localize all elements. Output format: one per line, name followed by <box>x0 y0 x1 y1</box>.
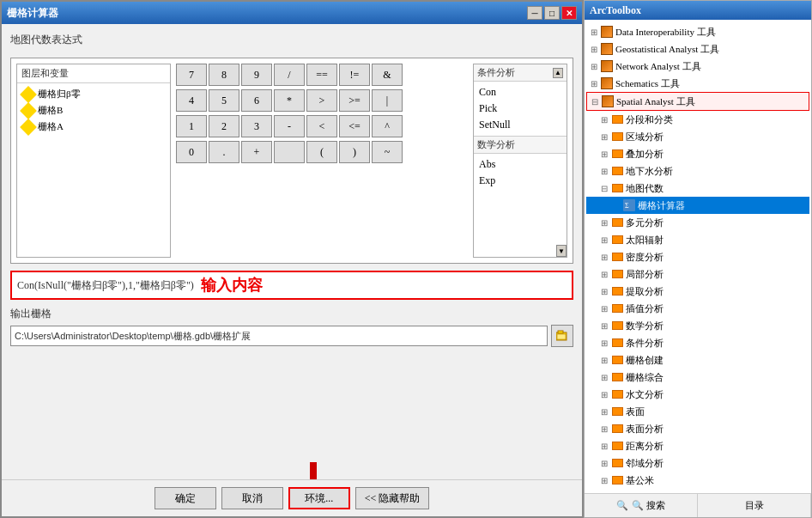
btn-2[interactable]: 2 <box>209 115 239 137</box>
environment-button[interactable]: 环境... <box>288 487 350 509</box>
dialog-content: 地图代数表达式 图层和变量 栅格归β零 栅格B <box>2 24 582 479</box>
btn-rparen[interactable]: ) <box>339 141 370 163</box>
btn-space[interactable] <box>274 141 305 163</box>
btn-divide[interactable]: / <box>274 64 305 86</box>
cancel-button[interactable]: 取消 <box>221 487 283 509</box>
tree-item-raster-calc[interactable]: Σ 栅格计算器 <box>586 197 809 214</box>
tree-item-interpolate[interactable]: ⊞ 插值分析 <box>586 300 809 317</box>
layer-item[interactable]: 栅格A <box>20 119 167 135</box>
btn-multiply[interactable]: * <box>274 89 305 112</box>
btn-minus[interactable]: - <box>274 115 305 137</box>
map-expression-label: 地图代数表达式 <box>10 33 573 47</box>
subfolder-icon <box>610 147 624 161</box>
btn-and[interactable]: & <box>372 64 403 86</box>
btn-6[interactable]: 6 <box>241 89 272 112</box>
btn-1[interactable]: 1 <box>176 115 207 137</box>
toolbox-icon <box>601 94 615 108</box>
tree-item-zone[interactable]: ⊞ 区域分析 <box>586 128 809 145</box>
btn-5[interactable]: 5 <box>209 89 239 112</box>
hide-help-button[interactable]: << 隐藏帮助 <box>355 487 430 509</box>
calc-buttons-row4: 0 . + ( ) ~ <box>176 141 468 163</box>
browse-icon <box>556 330 568 342</box>
tree-item-extract[interactable]: ⊞ 提取分析 <box>586 283 809 300</box>
tree-item-multivariate[interactable]: ⊞ 多元分析 <box>586 214 809 231</box>
tree-item-groundwater[interactable]: ⊞ 地下水分析 <box>586 162 809 180</box>
tree-item-segment[interactable]: ⊞ 分段和分类 <box>586 111 809 128</box>
btn-7[interactable]: 7 <box>176 64 207 86</box>
btn-lt[interactable]: < <box>306 115 337 137</box>
browse-button[interactable] <box>551 325 573 347</box>
tree-item-schematics[interactable]: ⊞ Schematics 工具 <box>586 75 809 92</box>
tree-label: 水文分析 <box>626 388 664 401</box>
tree-item-raster-combine[interactable]: ⊞ 栅格综合 <box>586 369 809 386</box>
tree-item-data-interop[interactable]: ⊞ Data Interoperability 工具 <box>586 23 809 40</box>
minimize-button[interactable]: ─ <box>527 6 542 20</box>
tree-item-conditional[interactable]: ⊞ 条件分析 <box>586 334 809 351</box>
tree-item-surface[interactable]: ⊞ 表面 <box>586 403 809 420</box>
math-exp[interactable]: Exp <box>476 173 564 189</box>
tree-item-distance[interactable]: ⊞ 距离分析 <box>586 437 809 454</box>
svg-rect-2 <box>557 334 566 339</box>
tree-item-local[interactable]: ⊞ 局部分析 <box>586 265 809 283</box>
expand-icon: ⊞ <box>598 285 610 297</box>
btn-9[interactable]: 9 <box>241 64 272 86</box>
btn-equal[interactable]: == <box>306 64 337 86</box>
arctoolbox-header: ArcToolbox <box>585 1 811 20</box>
tree-item-overlay[interactable]: ⊞ 叠加分析 <box>586 145 809 162</box>
btn-8[interactable]: 8 <box>209 64 239 86</box>
btn-notequal[interactable]: != <box>339 64 370 86</box>
btn-caret[interactable]: ^ <box>372 115 403 137</box>
btn-0[interactable]: 0 <box>176 141 207 163</box>
scroll-down-arrow[interactable]: ▼ <box>556 245 567 257</box>
tree-item-spatial[interactable]: ⊟ Spatial Analyst 工具 <box>586 92 809 111</box>
condition-setnull[interactable]: SetNull <box>476 117 564 133</box>
tree-label: Data Interoperability 工具 <box>615 26 716 39</box>
expand-icon: ⊞ <box>598 354 610 366</box>
tree-label: 邻域分析 <box>626 457 664 470</box>
subfolder-icon <box>610 302 624 315</box>
tree-item-mapalgebra[interactable]: ⊟ 地图代数 <box>586 180 809 197</box>
btn-3[interactable]: 3 <box>241 115 272 137</box>
tree-item-raster-create[interactable]: ⊞ 栅格创建 <box>586 351 809 369</box>
scroll-up-arrow[interactable]: ▲ <box>553 68 563 78</box>
tree-item-network[interactable]: ⊞ Network Analyst 工具 <box>586 58 809 75</box>
btn-pipe[interactable]: | <box>372 89 403 112</box>
btn-plus[interactable]: + <box>241 141 272 163</box>
expand-icon: ⊞ <box>598 405 610 417</box>
confirm-button[interactable]: 确定 <box>155 487 216 509</box>
search-footer-btn[interactable]: 🔍 🔍 搜索 <box>585 494 698 517</box>
btn-gt[interactable]: > <box>306 89 337 112</box>
tree-item-hydrology[interactable]: ⊞ 水文分析 <box>586 386 809 403</box>
layer-name: 栅格A <box>38 120 64 133</box>
tree-item-geostat[interactable]: ⊞ Geostatistical Analyst 工具 <box>586 40 809 58</box>
btn-lparen[interactable]: ( <box>306 141 337 163</box>
close-button[interactable]: ✕ <box>561 6 577 20</box>
math-list: Abs Exp <box>474 154 567 192</box>
math-abs[interactable]: Abs <box>476 156 564 173</box>
tree-item-jimet[interactable]: ⊞ 基公米 <box>586 472 809 489</box>
tree-item-neighborhood[interactable]: ⊞ 邻域分析 <box>586 454 809 472</box>
maximize-button[interactable]: □ <box>544 6 560 20</box>
tree-item-density[interactable]: ⊞ 密度分析 <box>586 248 809 265</box>
tree-item-math[interactable]: ⊞ 数学分析 <box>586 317 809 334</box>
scrollbar-arrows: ▲ <box>553 68 563 78</box>
btn-dot[interactable]: . <box>209 141 239 163</box>
tree-label: 密度分析 <box>626 251 664 264</box>
condition-pick[interactable]: Pick <box>476 101 564 117</box>
condition-con[interactable]: Con <box>476 84 564 101</box>
btn-4[interactable]: 4 <box>176 89 207 112</box>
subfolder-icon <box>610 473 624 487</box>
tree-item-solar[interactable]: ⊞ 太阳辐射 <box>586 231 809 248</box>
calc-buttons-row2: 4 5 6 * > >= | <box>176 89 468 112</box>
tree-label: 基公米 <box>626 474 654 487</box>
btn-gte[interactable]: >= <box>339 89 370 112</box>
btn-tilde[interactable]: ~ <box>372 141 403 163</box>
layer-item[interactable]: 栅格B <box>20 102 167 119</box>
search-label: 🔍 搜索 <box>632 499 665 512</box>
btn-lte[interactable]: <= <box>339 115 370 137</box>
catalog-footer-btn[interactable]: 目录 <box>698 494 811 517</box>
layer-item[interactable]: 栅格归β零 <box>20 86 167 102</box>
output-path-input[interactable] <box>10 326 548 346</box>
tree-item-surface-analysis[interactable]: ⊞ 表面分析 <box>586 420 809 437</box>
tree-label: 栅格创建 <box>626 354 664 367</box>
